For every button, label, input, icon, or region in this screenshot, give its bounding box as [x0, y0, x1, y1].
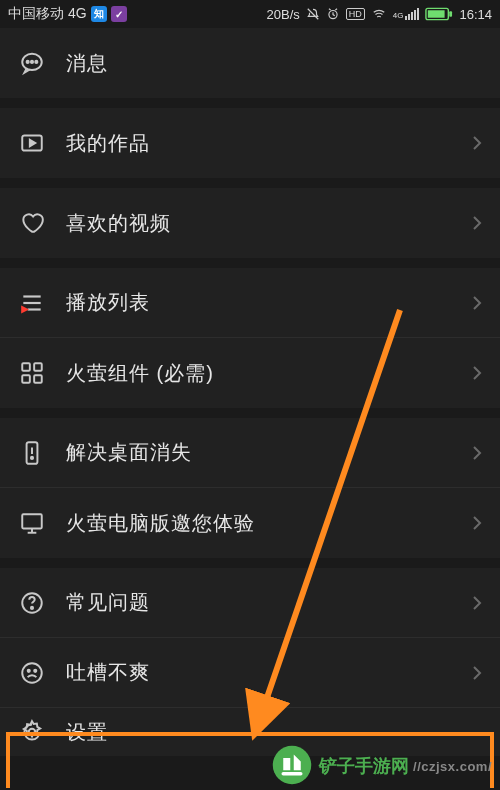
menu-label: 解决桌面消失	[66, 439, 472, 466]
monitor-icon	[18, 509, 46, 537]
sad-face-icon	[18, 659, 46, 687]
menu-label: 消息	[66, 50, 482, 77]
watermark: 铲子手游网 //czjsx.com/	[267, 742, 500, 790]
settings-menu: 消息 我的作品 喜欢的视频	[0, 28, 500, 756]
chevron-right-icon	[472, 445, 482, 461]
menu-item-faq[interactable]: 常见问题	[0, 568, 500, 638]
widget-grid-icon	[18, 359, 46, 387]
menu-label: 吐槽不爽	[66, 659, 472, 686]
menu-label: 火萤组件 (必需)	[66, 360, 472, 387]
chevron-right-icon	[472, 135, 482, 151]
svg-rect-14	[22, 375, 30, 383]
menu-label: 火萤电脑版邀您体验	[66, 510, 472, 537]
chevron-right-icon	[472, 295, 482, 311]
svg-rect-15	[34, 375, 42, 383]
svg-point-23	[31, 606, 33, 608]
menu-item-feedback[interactable]: 吐槽不爽	[0, 638, 500, 708]
chat-icon	[18, 49, 46, 77]
svg-point-7	[35, 61, 37, 63]
menu-item-liked-videos[interactable]: 喜欢的视频	[0, 188, 500, 258]
menu-item-widget[interactable]: 火萤组件 (必需)	[0, 338, 500, 408]
svg-rect-30	[282, 772, 303, 776]
status-right: 20B/s HD 4G 16:14	[267, 7, 492, 22]
chevron-right-icon	[472, 365, 482, 381]
question-icon	[18, 589, 46, 617]
clock: 16:14	[459, 7, 492, 22]
playlist-icon	[18, 289, 46, 317]
menu-item-fix-desktop[interactable]: 解决桌面消失	[0, 418, 500, 488]
carrier-label: 中国移动 4G	[8, 5, 87, 23]
menu-label: 喜欢的视频	[66, 210, 472, 237]
menu-item-messages[interactable]: 消息	[0, 28, 500, 98]
svg-rect-19	[22, 514, 42, 528]
watermark-url: //czjsx.com/	[413, 759, 492, 774]
svg-rect-2	[428, 10, 445, 17]
menu-item-pc-version[interactable]: 火萤电脑版邀您体验	[0, 488, 500, 558]
alarm-icon	[326, 7, 340, 21]
svg-point-24	[22, 663, 42, 683]
svg-point-5	[27, 61, 29, 63]
gear-icon	[18, 718, 46, 746]
status-left: 中国移动 4G 知 ✓	[8, 5, 127, 23]
menu-label: 播放列表	[66, 289, 472, 316]
signal-4g: 4G	[393, 8, 420, 20]
svg-rect-13	[34, 363, 42, 371]
svg-point-29	[273, 746, 312, 785]
badge-app-2: ✓	[111, 6, 127, 22]
net-speed: 20B/s	[267, 7, 300, 22]
chevron-right-icon	[472, 515, 482, 531]
menu-label: 我的作品	[66, 130, 472, 157]
menu-label: 常见问题	[66, 589, 472, 616]
phone-alert-icon	[18, 439, 46, 467]
watermark-brand: 铲子手游网	[319, 754, 409, 778]
alarm-off-icon	[306, 7, 320, 21]
chevron-right-icon	[472, 665, 482, 681]
badge-app-1: 知	[91, 6, 107, 22]
svg-point-25	[28, 669, 30, 671]
chevron-right-icon	[472, 215, 482, 231]
menu-item-my-works[interactable]: 我的作品	[0, 108, 500, 178]
battery-icon	[425, 7, 453, 21]
heart-icon	[18, 209, 46, 237]
hd-indicator: HD	[346, 8, 365, 20]
wifi-icon	[371, 7, 387, 21]
svg-rect-3	[450, 11, 453, 17]
chevron-right-icon	[472, 595, 482, 611]
svg-rect-12	[22, 363, 30, 371]
watermark-logo-icon	[271, 744, 313, 786]
svg-point-26	[34, 669, 36, 671]
status-bar: 中国移动 4G 知 ✓ 20B/s HD 4G 16:14	[0, 0, 500, 28]
svg-point-18	[31, 456, 33, 458]
play-box-icon	[18, 129, 46, 157]
menu-item-playlist[interactable]: 播放列表	[0, 268, 500, 338]
svg-point-6	[31, 61, 33, 63]
